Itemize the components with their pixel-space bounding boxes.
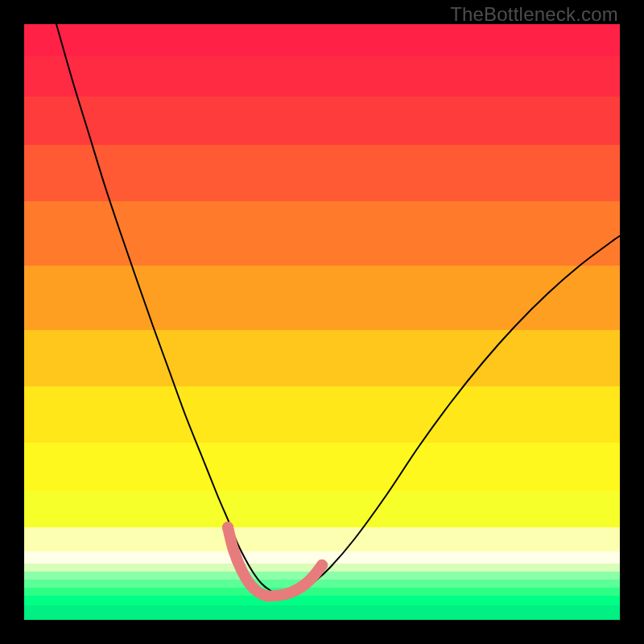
curve-layer: [24, 24, 620, 620]
optimal-range-band: [228, 527, 322, 596]
chart-frame: TheBottleneck.com: [0, 0, 644, 644]
watermark-text: TheBottleneck.com: [450, 3, 618, 26]
bottleneck-curve: [56, 24, 620, 595]
band-endpoint: [316, 559, 328, 571]
plot-area: [24, 24, 620, 620]
band-endpoint: [222, 522, 233, 533]
